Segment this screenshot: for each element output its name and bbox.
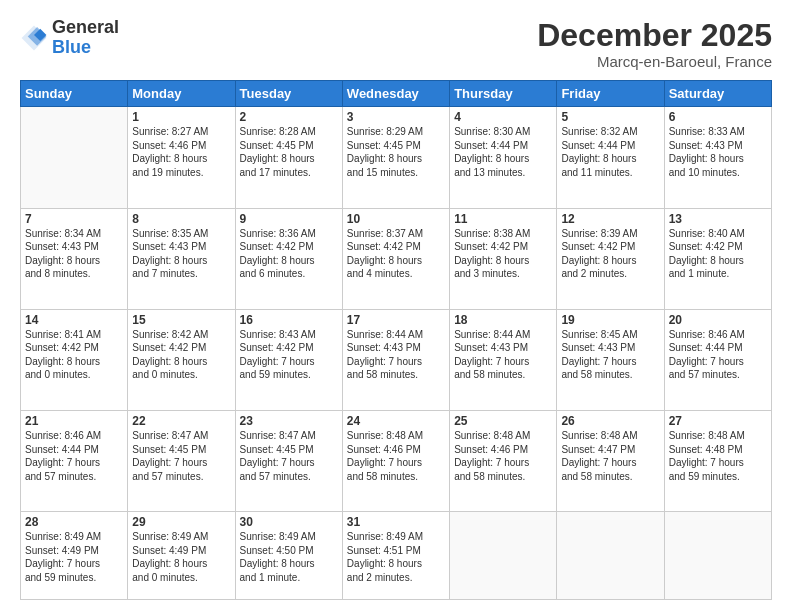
day-info: Sunrise: 8:47 AM Sunset: 4:45 PM Dayligh… [132,429,230,483]
calendar-week-row: 14Sunrise: 8:41 AM Sunset: 4:42 PM Dayli… [21,309,772,410]
day-number: 20 [669,313,767,327]
day-info: Sunrise: 8:29 AM Sunset: 4:45 PM Dayligh… [347,125,445,179]
day-number: 22 [132,414,230,428]
day-info: Sunrise: 8:48 AM Sunset: 4:48 PM Dayligh… [669,429,767,483]
calendar-cell: 10Sunrise: 8:37 AM Sunset: 4:42 PM Dayli… [342,208,449,309]
header: General Blue December 2025 Marcq-en-Baro… [20,18,772,70]
day-number: 27 [669,414,767,428]
day-number: 12 [561,212,659,226]
calendar-header-monday: Monday [128,81,235,107]
logo-general-text: General [52,17,119,37]
calendar-cell: 9Sunrise: 8:36 AM Sunset: 4:42 PM Daylig… [235,208,342,309]
day-number: 16 [240,313,338,327]
day-info: Sunrise: 8:41 AM Sunset: 4:42 PM Dayligh… [25,328,123,382]
day-info: Sunrise: 8:38 AM Sunset: 4:42 PM Dayligh… [454,227,552,281]
calendar-cell: 7Sunrise: 8:34 AM Sunset: 4:43 PM Daylig… [21,208,128,309]
day-number: 3 [347,110,445,124]
calendar-cell: 17Sunrise: 8:44 AM Sunset: 4:43 PM Dayli… [342,309,449,410]
calendar-cell: 23Sunrise: 8:47 AM Sunset: 4:45 PM Dayli… [235,411,342,512]
day-number: 29 [132,515,230,529]
day-number: 6 [669,110,767,124]
calendar-cell: 20Sunrise: 8:46 AM Sunset: 4:44 PM Dayli… [664,309,771,410]
calendar-cell: 2Sunrise: 8:28 AM Sunset: 4:45 PM Daylig… [235,107,342,208]
day-info: Sunrise: 8:48 AM Sunset: 4:47 PM Dayligh… [561,429,659,483]
day-info: Sunrise: 8:46 AM Sunset: 4:44 PM Dayligh… [25,429,123,483]
day-number: 5 [561,110,659,124]
page: General Blue December 2025 Marcq-en-Baro… [0,0,792,612]
day-number: 15 [132,313,230,327]
day-info: Sunrise: 8:36 AM Sunset: 4:42 PM Dayligh… [240,227,338,281]
day-number: 19 [561,313,659,327]
day-number: 14 [25,313,123,327]
month-title: December 2025 [537,18,772,53]
logo-icon [20,24,48,52]
day-number: 26 [561,414,659,428]
calendar-cell [664,512,771,600]
day-number: 18 [454,313,552,327]
day-number: 31 [347,515,445,529]
calendar-cell: 27Sunrise: 8:48 AM Sunset: 4:48 PM Dayli… [664,411,771,512]
day-info: Sunrise: 8:42 AM Sunset: 4:42 PM Dayligh… [132,328,230,382]
day-info: Sunrise: 8:40 AM Sunset: 4:42 PM Dayligh… [669,227,767,281]
calendar-week-row: 1Sunrise: 8:27 AM Sunset: 4:46 PM Daylig… [21,107,772,208]
day-info: Sunrise: 8:49 AM Sunset: 4:50 PM Dayligh… [240,530,338,584]
day-info: Sunrise: 8:37 AM Sunset: 4:42 PM Dayligh… [347,227,445,281]
calendar-cell: 8Sunrise: 8:35 AM Sunset: 4:43 PM Daylig… [128,208,235,309]
calendar-header-thursday: Thursday [450,81,557,107]
day-info: Sunrise: 8:28 AM Sunset: 4:45 PM Dayligh… [240,125,338,179]
logo-blue-text: Blue [52,37,91,57]
calendar-cell: 5Sunrise: 8:32 AM Sunset: 4:44 PM Daylig… [557,107,664,208]
day-info: Sunrise: 8:48 AM Sunset: 4:46 PM Dayligh… [347,429,445,483]
day-number: 24 [347,414,445,428]
calendar-cell: 30Sunrise: 8:49 AM Sunset: 4:50 PM Dayli… [235,512,342,600]
day-number: 17 [347,313,445,327]
day-info: Sunrise: 8:47 AM Sunset: 4:45 PM Dayligh… [240,429,338,483]
calendar-cell: 25Sunrise: 8:48 AM Sunset: 4:46 PM Dayli… [450,411,557,512]
calendar-cell: 24Sunrise: 8:48 AM Sunset: 4:46 PM Dayli… [342,411,449,512]
day-number: 9 [240,212,338,226]
day-number: 8 [132,212,230,226]
day-number: 1 [132,110,230,124]
calendar-cell: 14Sunrise: 8:41 AM Sunset: 4:42 PM Dayli… [21,309,128,410]
day-number: 7 [25,212,123,226]
calendar-cell [557,512,664,600]
calendar-cell: 21Sunrise: 8:46 AM Sunset: 4:44 PM Dayli… [21,411,128,512]
calendar-week-row: 7Sunrise: 8:34 AM Sunset: 4:43 PM Daylig… [21,208,772,309]
calendar-cell: 16Sunrise: 8:43 AM Sunset: 4:42 PM Dayli… [235,309,342,410]
calendar-header-tuesday: Tuesday [235,81,342,107]
day-info: Sunrise: 8:34 AM Sunset: 4:43 PM Dayligh… [25,227,123,281]
day-number: 23 [240,414,338,428]
calendar-cell: 22Sunrise: 8:47 AM Sunset: 4:45 PM Dayli… [128,411,235,512]
calendar-cell: 13Sunrise: 8:40 AM Sunset: 4:42 PM Dayli… [664,208,771,309]
calendar-cell: 6Sunrise: 8:33 AM Sunset: 4:43 PM Daylig… [664,107,771,208]
day-number: 11 [454,212,552,226]
day-number: 2 [240,110,338,124]
calendar-cell: 11Sunrise: 8:38 AM Sunset: 4:42 PM Dayli… [450,208,557,309]
day-info: Sunrise: 8:30 AM Sunset: 4:44 PM Dayligh… [454,125,552,179]
calendar-cell: 3Sunrise: 8:29 AM Sunset: 4:45 PM Daylig… [342,107,449,208]
calendar-cell: 15Sunrise: 8:42 AM Sunset: 4:42 PM Dayli… [128,309,235,410]
calendar-cell: 12Sunrise: 8:39 AM Sunset: 4:42 PM Dayli… [557,208,664,309]
day-info: Sunrise: 8:33 AM Sunset: 4:43 PM Dayligh… [669,125,767,179]
day-info: Sunrise: 8:46 AM Sunset: 4:44 PM Dayligh… [669,328,767,382]
day-info: Sunrise: 8:32 AM Sunset: 4:44 PM Dayligh… [561,125,659,179]
calendar-cell: 31Sunrise: 8:49 AM Sunset: 4:51 PM Dayli… [342,512,449,600]
day-number: 25 [454,414,552,428]
calendar-cell: 1Sunrise: 8:27 AM Sunset: 4:46 PM Daylig… [128,107,235,208]
day-info: Sunrise: 8:45 AM Sunset: 4:43 PM Dayligh… [561,328,659,382]
logo: General Blue [20,18,119,58]
calendar-cell: 19Sunrise: 8:45 AM Sunset: 4:43 PM Dayli… [557,309,664,410]
location: Marcq-en-Baroeul, France [537,53,772,70]
day-number: 4 [454,110,552,124]
calendar-header-friday: Friday [557,81,664,107]
calendar-header-sunday: Sunday [21,81,128,107]
day-info: Sunrise: 8:49 AM Sunset: 4:49 PM Dayligh… [25,530,123,584]
day-info: Sunrise: 8:48 AM Sunset: 4:46 PM Dayligh… [454,429,552,483]
calendar-table: SundayMondayTuesdayWednesdayThursdayFrid… [20,80,772,600]
calendar-header-row: SundayMondayTuesdayWednesdayThursdayFrid… [21,81,772,107]
calendar-header-saturday: Saturday [664,81,771,107]
day-info: Sunrise: 8:39 AM Sunset: 4:42 PM Dayligh… [561,227,659,281]
calendar-cell: 28Sunrise: 8:49 AM Sunset: 4:49 PM Dayli… [21,512,128,600]
calendar-cell [450,512,557,600]
day-info: Sunrise: 8:44 AM Sunset: 4:43 PM Dayligh… [454,328,552,382]
